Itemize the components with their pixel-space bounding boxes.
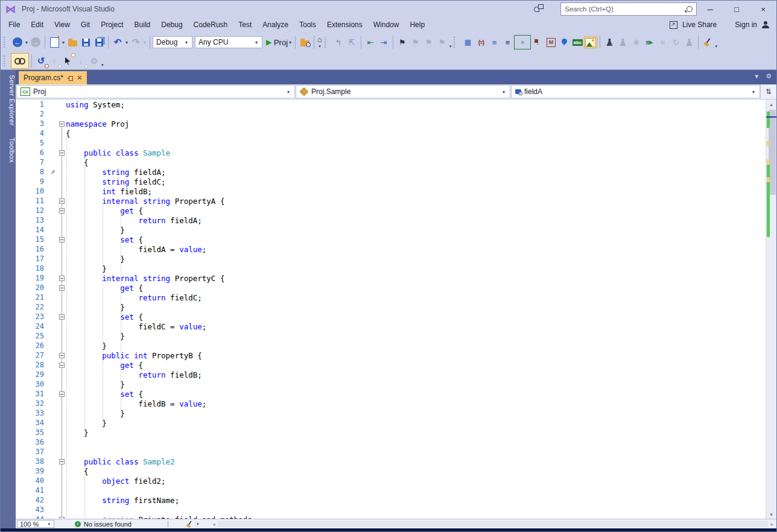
clear-bookmarks-button[interactable]: ⚑	[436, 36, 449, 49]
redo-button[interactable]: ↷	[129, 36, 142, 49]
cursor-jump-button[interactable]	[61, 54, 74, 68]
code-line[interactable]: 17 }	[16, 254, 766, 264]
vertical-scrollbar[interactable]: ▴ ▾	[766, 100, 776, 519]
refresh-tests-button[interactable]: ↻	[669, 36, 682, 49]
menu-item-tools[interactable]: Tools	[294, 19, 322, 31]
code-line[interactable]: 2	[16, 109, 766, 119]
previous-marker-button[interactable]: ↑	[48, 54, 61, 68]
navigate-backward-button[interactable]: ←	[11, 36, 24, 49]
project-dropdown[interactable]: C# Proj ▾	[16, 85, 295, 98]
code-line[interactable]: 29 return fieldB;	[16, 370, 766, 379]
type-dropdown[interactable]: Proj.Sample ▾	[296, 85, 510, 98]
menu-item-coderush[interactable]: CodeRush	[188, 19, 233, 31]
new-project-caret[interactable]: ▾	[61, 40, 66, 45]
menu-item-window[interactable]: Window	[368, 19, 405, 31]
start-debug-caret[interactable]: ▾	[288, 40, 293, 45]
next-marker-button[interactable]: ↓	[74, 54, 87, 68]
code-line[interactable]: 8✎ string fieldA;	[16, 167, 766, 177]
refactor-button[interactable]: ↺	[34, 54, 48, 68]
next-bookmark-button[interactable]: ⚑	[422, 36, 436, 49]
menu-item-extensions[interactable]: Extensions	[322, 19, 368, 31]
line-list-button[interactable]: ≡	[501, 36, 514, 49]
navigate-forward-button[interactable]: →	[29, 36, 42, 49]
toolbar-grip[interactable]	[4, 55, 9, 66]
tab-options-gear-icon[interactable]: ⚙	[766, 72, 772, 80]
pin-icon[interactable]	[68, 75, 73, 81]
import-member-button[interactable]: ↓	[531, 36, 544, 49]
indent-decrease-button[interactable]: ⇤	[364, 36, 377, 49]
code-line[interactable]: 22 }	[16, 302, 766, 312]
location-pin-button[interactable]	[557, 36, 571, 49]
code-line[interactable]: 36	[16, 437, 766, 447]
code-line[interactable]: 37	[16, 447, 766, 457]
code-line[interactable]: 19 internal string PropertyC {	[16, 273, 766, 283]
run-all-tests-button[interactable]: ≡▶	[642, 36, 656, 49]
indent-increase-button[interactable]: ⇥	[377, 36, 390, 49]
horizontal-scroll-track[interactable]	[218, 521, 768, 527]
menu-item-analyze[interactable]: Analyze	[257, 19, 294, 31]
menu-item-git[interactable]: Git	[75, 19, 95, 31]
menu-item-test[interactable]: Test	[233, 19, 257, 31]
find-in-files-button[interactable]	[298, 36, 311, 49]
platform-combo[interactable]: Any CPU▾	[195, 36, 262, 48]
code-line[interactable]: 3namespace Proj	[16, 119, 766, 128]
code-line[interactable]: 11 internal string PropertyA {	[16, 196, 766, 206]
horizontal-scrollbar[interactable]: ◂ ▸	[209, 521, 776, 527]
code-line[interactable]: 26 }	[16, 341, 766, 350]
refactor-glyph-icon[interactable]: ✎	[48, 167, 59, 177]
toolbar-grip[interactable]	[325, 37, 330, 48]
code-line[interactable]: 13 return fieldA;	[16, 215, 766, 225]
run-tests-button[interactable]: ▶	[603, 36, 616, 49]
side-tab-server-explorer[interactable]: Server Explorer	[1, 75, 16, 125]
code-line[interactable]: 16 fieldA = value;	[16, 244, 766, 254]
coverage-flask-button[interactable]	[682, 36, 696, 49]
menu-item-build[interactable]: Build	[129, 19, 156, 31]
solution-home-button[interactable]: ⌂▾	[317, 36, 323, 49]
code-line[interactable]: 40 object field2;	[16, 476, 766, 486]
code-line[interactable]: 9 string fieldC;	[16, 177, 766, 186]
open-file-button[interactable]	[66, 36, 79, 49]
search-box[interactable]: Search (Ctrl+Q)	[560, 2, 697, 16]
code-line[interactable]: 31 set {	[16, 389, 766, 399]
coderush-toolbar-caret[interactable]: ▾	[101, 54, 104, 68]
previous-bookmark-button[interactable]: ⚑	[409, 36, 422, 49]
bookmark-caret[interactable]: ▾	[449, 36, 452, 49]
code-line[interactable]: 32 fieldB = value;	[16, 399, 766, 408]
menu-item-file[interactable]: File	[3, 19, 25, 31]
scroll-right-icon[interactable]: ▸	[768, 521, 776, 527]
code-line[interactable]: 39 {	[16, 466, 766, 476]
menu-item-view[interactable]: View	[49, 19, 75, 31]
tab-program-cs[interactable]: Program.cs* ×	[19, 71, 87, 84]
code-line[interactable]: 43	[16, 505, 766, 515]
peek-definition-button[interactable]: ⇱	[345, 36, 358, 49]
scroll-up-icon[interactable]: ▴	[766, 100, 776, 109]
undo-button[interactable]: ↶	[111, 36, 124, 49]
code-line[interactable]: 28 get {	[16, 360, 766, 370]
toggle-bookmark-button[interactable]: ⚑	[396, 36, 409, 49]
rich-comments-button[interactable]	[584, 36, 597, 49]
code-line[interactable]: 6 public class Sample	[16, 148, 766, 157]
code-line[interactable]: 25 }	[16, 331, 766, 341]
code-line[interactable]: 34 }	[16, 418, 766, 428]
tab-close-icon[interactable]: ×	[77, 75, 82, 81]
code-line[interactable]: 7 {	[16, 157, 766, 167]
code-line[interactable]: 44 #region Private field and methods	[16, 515, 766, 519]
menu-item-debug[interactable]: Debug	[156, 19, 188, 31]
metrics-list-button[interactable]: ≡	[514, 35, 531, 49]
scroll-left-icon[interactable]: ◂	[209, 521, 218, 527]
document-health[interactable]: ✓ No issues found	[75, 521, 132, 528]
minimize-button[interactable]: ─	[697, 1, 723, 17]
save-button[interactable]	[79, 36, 92, 49]
tab-list-caret-icon[interactable]: ▾	[755, 72, 759, 80]
code-line[interactable]: 10 int fieldB;	[16, 186, 766, 196]
code-line[interactable]: 21 return fieldC;	[16, 293, 766, 302]
code-line[interactable]: 27 public int PropertyB {	[16, 350, 766, 360]
code-line[interactable]: 15 set {	[16, 235, 766, 244]
debug-tests-button[interactable]	[616, 36, 629, 49]
code-line[interactable]: 24 fieldC = value;	[16, 321, 766, 331]
member-sections-button[interactable]: ≡	[487, 36, 501, 49]
code-line[interactable]: 14 }	[16, 225, 766, 235]
repeat-run-button[interactable]: ≡	[656, 36, 669, 49]
zoom-combo[interactable]: 100 %▾	[17, 520, 54, 528]
maximize-button[interactable]: □	[723, 1, 750, 17]
